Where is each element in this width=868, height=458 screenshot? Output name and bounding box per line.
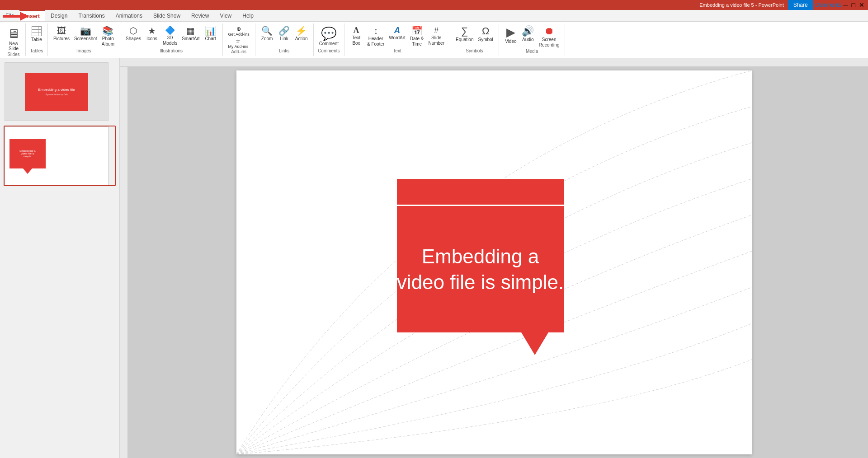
images-buttons: 🖼 Pictures 📷 Screenshot 📚 PhotoAlbum [52, 25, 116, 48]
table-button[interactable]: Table [29, 25, 44, 43]
table-icon [32, 26, 42, 36]
photo-album-icon: 📚 [102, 26, 113, 35]
text-box-button[interactable]: A TextBox [348, 25, 364, 47]
callout-pointer-wrapper [397, 332, 564, 355]
tab-review[interactable]: Review [186, 10, 214, 21]
tab-design[interactable]: Design [45, 10, 73, 21]
text-group-label: Text [393, 48, 401, 54]
slide-callout[interactable]: Embedding a video file is simple. [397, 179, 564, 346]
text-box-icon: A [354, 26, 359, 34]
slide-thumb-1[interactable]: 1 Embedding a video file A presentation … [4, 61, 116, 122]
my-addins-button[interactable]: ☆ My Add-ins [226, 37, 250, 49]
minimize-button[interactable]: ─ [844, 1, 848, 9]
title-bar: Embedding a video file 5 - PowerPoint Sh… [0, 0, 868, 10]
tab-file[interactable]: File [0, 10, 19, 21]
slide-number-icon: # [434, 26, 439, 34]
media-group-label: Media [526, 49, 538, 55]
screen-recording-button[interactable]: ⏺ ScreenRecording [537, 25, 561, 49]
workspace: 1 Embedding a video file A presentation … [0, 58, 868, 458]
slides-buttons: 🖥 NewSlide [5, 25, 22, 52]
equation-icon: ∑ [461, 26, 468, 36]
video-icon: ▶ [506, 26, 515, 38]
tab-slideshow[interactable]: Slide Show [148, 10, 186, 21]
main-area: Embedding a video file is simple. [120, 58, 868, 458]
3d-models-icon: 🔷 [165, 26, 175, 34]
callout-pointer [521, 332, 548, 355]
text-buttons: A TextBox ↕ Header& Footer A WordArt 📅 D… [348, 25, 446, 48]
window-title: Embedding a video file 5 - PowerPoint [699, 2, 784, 8]
action-button[interactable]: ⚡ Action [293, 25, 310, 42]
comments-button[interactable]: Comments [815, 2, 841, 8]
symbols-buttons: ∑ Equation Ω Symbol [454, 25, 495, 48]
new-slide-button[interactable]: 🖥 NewSlide [5, 25, 22, 52]
video-button[interactable]: ▶ Video [503, 25, 519, 45]
tab-insert[interactable]: Insert [19, 10, 45, 21]
ribbon-group-media: ▶ Video 🔊 Audio ⏺ ScreenRecording Media [499, 23, 566, 56]
maximize-button[interactable]: □ [852, 1, 855, 9]
tab-transitions[interactable]: Transitions [73, 10, 110, 21]
slide-1-title: Embedding a video file [38, 88, 75, 92]
slide-panel: 1 Embedding a video file A presentation … [0, 58, 120, 458]
slide-2-callout: Embedding avideo file issimple. [9, 139, 46, 173]
media-buttons: ▶ Video 🔊 Audio ⏺ ScreenRecording [503, 25, 561, 49]
shapes-icon: ⬡ [129, 26, 137, 35]
wordart-button[interactable]: A WordArt [387, 25, 407, 42]
date-time-button[interactable]: 📅 Date &Time [408, 25, 426, 48]
callout-text: Embedding a video file is simple. [397, 243, 564, 295]
slide-canvas[interactable]: Embedding a video file is simple. [236, 70, 752, 454]
links-buttons: 🔍 Zoom 🔗 Link ⚡ Action [259, 25, 310, 48]
screenshot-button[interactable]: 📷 Screenshot [72, 25, 99, 42]
slides-group-label: Slides [7, 52, 19, 58]
tab-animations[interactable]: Animations [110, 10, 148, 21]
share-button[interactable]: Share [788, 0, 813, 10]
comments-group-label: Comments [318, 48, 340, 54]
slide-2-inner: Embedding avideo file issimple. [4, 126, 116, 186]
audio-icon: 🔊 [522, 26, 534, 36]
header-footer-icon: ↕ [373, 26, 378, 35]
tables-buttons: Table [29, 25, 44, 48]
close-button[interactable]: ✕ [859, 1, 864, 9]
callout-body: Embedding a video file is simple. [397, 206, 564, 332]
symbol-button[interactable]: Ω Symbol [476, 25, 495, 43]
screen-recording-icon: ⏺ [544, 26, 554, 36]
symbol-icon: Ω [482, 26, 489, 36]
illustrations-buttons: ⬡ Shapes ★ Icons 🔷 3DModels ▦ SmartArt 📊… [124, 25, 219, 48]
tab-help[interactable]: Help [237, 10, 259, 21]
comment-insert-button[interactable]: 💬 Comment [317, 25, 340, 47]
header-footer-button[interactable]: ↕ Header& Footer [365, 25, 386, 48]
shapes-button[interactable]: ⬡ Shapes [124, 25, 143, 42]
link-icon: 🔗 [278, 26, 290, 35]
slide-1-inner: Embedding a video file A presentation by… [4, 61, 116, 122]
zoom-button[interactable]: 🔍 Zoom [259, 25, 275, 42]
ruler-top [120, 58, 868, 67]
get-addins-button[interactable]: ⊕ Get Add-ins [226, 25, 251, 37]
slide-2-canvas: Embedding avideo file issimple. [5, 126, 108, 185]
tables-group-label: Tables [30, 48, 43, 54]
smartart-button[interactable]: ▦ SmartArt [180, 25, 201, 42]
tab-view[interactable]: View [214, 10, 237, 21]
slide-1-bg: Embedding a video file A presentation by… [5, 63, 108, 121]
chart-button[interactable]: 📊 Chart [203, 25, 219, 42]
slide-1-canvas: Embedding a video file A presentation by… [5, 62, 108, 121]
callout-header [397, 179, 564, 206]
action-icon: ⚡ [296, 26, 307, 35]
ribbon-content: 🖥 NewSlide Slides Table Tables 🖼 Pictur [0, 22, 868, 58]
slide-number-button[interactable]: # SlideNumber [426, 25, 446, 47]
pictures-button[interactable]: 🖼 Pictures [52, 25, 71, 42]
icons-button[interactable]: ★ Icons [144, 25, 160, 42]
symbols-group-label: Symbols [466, 48, 483, 54]
photo-album-button[interactable]: 📚 PhotoAlbum [100, 25, 116, 48]
screenshot-icon: 📷 [80, 26, 91, 35]
link-button[interactable]: 🔗 Link [276, 25, 292, 42]
wordart-icon: A [394, 26, 400, 34]
comment-icon: 💬 [321, 26, 337, 41]
audio-button[interactable]: 🔊 Audio [520, 25, 536, 43]
ruler-left [120, 67, 128, 458]
ribbon-group-comments: 💬 Comment Comments [314, 23, 344, 56]
get-addins-icon: ⊕ [236, 26, 241, 32]
slide-thumb-2[interactable]: 2 Embedding avideo file issimple. [4, 126, 116, 186]
equation-button[interactable]: ∑ Equation [454, 25, 475, 43]
3d-models-button[interactable]: 🔷 3DModels [161, 25, 179, 47]
pictures-icon: 🖼 [57, 26, 66, 35]
ribbon-tabs: File Insert Design Transitions Animation… [0, 10, 868, 22]
